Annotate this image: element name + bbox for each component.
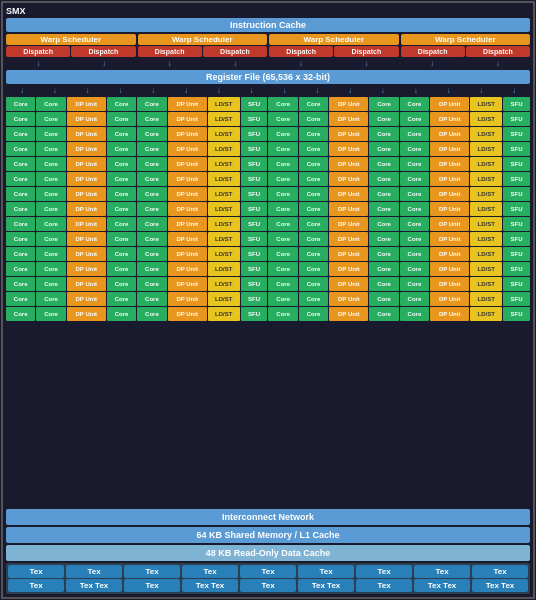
dispatch-btn-1-1[interactable]: Dispatch	[6, 46, 70, 57]
cell-sfu: SFU	[241, 157, 268, 171]
cell-core: Core	[299, 97, 328, 111]
cell-dp: DP Unit	[168, 97, 207, 111]
cell-dp: DP Unit	[67, 232, 106, 246]
cell-sfu: SFU	[503, 277, 530, 291]
cell-core: Core	[268, 292, 297, 306]
cell-dp: DP Unit	[168, 157, 207, 171]
cell-dp: DP Unit	[329, 217, 368, 231]
cell-sfu: SFU	[503, 202, 530, 216]
dispatch-btn-1-2[interactable]: Dispatch	[71, 46, 135, 57]
cell-core: Core	[369, 142, 398, 156]
tex-cell-2-3: Tex	[124, 579, 180, 592]
cell-core: Core	[6, 262, 35, 276]
cell-ldst: LD/ST	[470, 97, 502, 111]
cell-core: Core	[268, 127, 297, 141]
cell-core: Core	[369, 307, 398, 321]
cell-dp: DP Unit	[329, 262, 368, 276]
cell-ldst: LD/ST	[208, 172, 240, 186]
cell-core: Core	[268, 97, 297, 111]
cell-dp: DP Unit	[329, 112, 368, 126]
cell-core: Core	[137, 157, 166, 171]
cell-core: Core	[36, 187, 65, 201]
cell-dp: DP Unit	[67, 157, 106, 171]
cell-sfu: SFU	[503, 292, 530, 306]
warp-scheduler-label-1: Warp Scheduler	[6, 34, 136, 45]
cell-dp: DP Unit	[430, 187, 469, 201]
cell-sfu: SFU	[241, 187, 268, 201]
cell-sfu: SFU	[241, 97, 268, 111]
cell-ldst: LD/ST	[208, 292, 240, 306]
cell-dp: DP Unit	[67, 262, 106, 276]
dispatch-row-1: Dispatch Dispatch	[6, 46, 136, 57]
cell-dp: DP Unit	[168, 112, 207, 126]
core-row: Core Core DP Unit Core Core DP Unit LD/S…	[6, 97, 530, 111]
dispatch-btn-2-2[interactable]: Dispatch	[203, 46, 267, 57]
cell-dp: DP Unit	[430, 232, 469, 246]
cell-core: Core	[137, 247, 166, 261]
cell-dp: DP Unit	[430, 292, 469, 306]
tex-cell-1-4: Tex	[182, 565, 238, 578]
cell-core: Core	[6, 217, 35, 231]
cell-dp: DP Unit	[430, 172, 469, 186]
cell-ldst: LD/ST	[470, 277, 502, 291]
cell-core: Core	[107, 307, 136, 321]
cell-core: Core	[400, 247, 429, 261]
cell-core: Core	[6, 247, 35, 261]
cell-core: Core	[36, 157, 65, 171]
cell-dp: DP Unit	[329, 97, 368, 111]
tex-cell-1-6: Tex	[298, 565, 354, 578]
tex-cell-2-1: Tex	[8, 579, 64, 592]
tex-cell-1-8: Tex	[414, 565, 470, 578]
warp-scheduler-label-3: Warp Scheduler	[269, 34, 399, 45]
tex-cell-2-9: Tex Tex	[472, 579, 528, 592]
cell-ldst: LD/ST	[208, 247, 240, 261]
cell-dp: DP Unit	[168, 232, 207, 246]
tex-cell-2-7: Tex	[356, 579, 412, 592]
cell-sfu: SFU	[503, 112, 530, 126]
cell-core: Core	[400, 232, 429, 246]
cell-ldst: LD/ST	[208, 97, 240, 111]
dispatch-row-3: Dispatch Dispatch	[269, 46, 399, 57]
dispatch-btn-4-2[interactable]: Dispatch	[466, 46, 530, 57]
cell-core: Core	[299, 142, 328, 156]
cell-sfu: SFU	[503, 232, 530, 246]
tex-cell-1-9: Tex	[472, 565, 528, 578]
cell-dp: DP Unit	[430, 247, 469, 261]
cell-sfu: SFU	[503, 157, 530, 171]
cell-core: Core	[6, 277, 35, 291]
dispatch-btn-4-1[interactable]: Dispatch	[401, 46, 465, 57]
cell-dp: DP Unit	[168, 187, 207, 201]
smx-title: SMX	[6, 6, 530, 16]
cell-sfu: SFU	[503, 247, 530, 261]
cell-core: Core	[299, 217, 328, 231]
dispatch-arrows: ↓ ↓ ↓ ↓ ↓ ↓ ↓ ↓	[6, 59, 530, 68]
cell-core: Core	[36, 277, 65, 291]
cell-core: Core	[36, 202, 65, 216]
dispatch-row-4: Dispatch Dispatch	[401, 46, 531, 57]
dispatch-btn-2-1[interactable]: Dispatch	[138, 46, 202, 57]
cell-dp: DP Unit	[329, 157, 368, 171]
cell-sfu: SFU	[241, 307, 268, 321]
cell-dp: DP Unit	[168, 247, 207, 261]
dispatch-btn-3-2[interactable]: Dispatch	[334, 46, 398, 57]
cell-dp: DP Unit	[67, 127, 106, 141]
cell-ldst: LD/ST	[470, 172, 502, 186]
cell-core: Core	[36, 142, 65, 156]
cell-dp: DP Unit	[430, 157, 469, 171]
cell-core: Core	[107, 277, 136, 291]
cell-ldst: LD/ST	[208, 217, 240, 231]
cell-core: Core	[6, 97, 35, 111]
cell-dp: DP Unit	[329, 247, 368, 261]
cell-core: Core	[107, 202, 136, 216]
cell-core: Core	[137, 202, 166, 216]
cell-core: Core	[107, 232, 136, 246]
cell-core: Core	[137, 307, 166, 321]
cell-core: Core	[107, 217, 136, 231]
cell-dp: DP Unit	[67, 292, 106, 306]
cell-core: Core	[137, 127, 166, 141]
dispatch-btn-3-1[interactable]: Dispatch	[269, 46, 333, 57]
cell-core: Core	[107, 127, 136, 141]
cell-core: Core	[36, 292, 65, 306]
cell-core: Core	[36, 307, 65, 321]
cell-core: Core	[400, 127, 429, 141]
